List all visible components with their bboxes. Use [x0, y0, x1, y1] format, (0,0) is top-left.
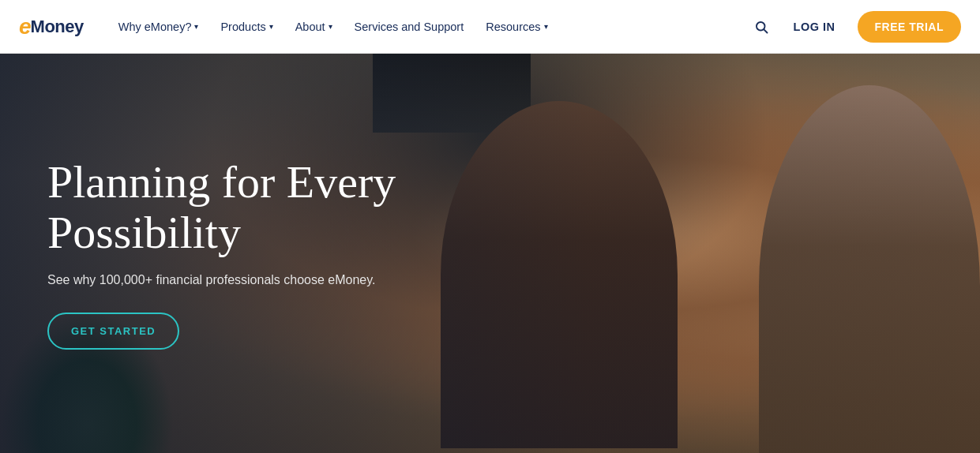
logo[interactable]: e Money — [19, 14, 84, 39]
hero-content: Planning for Every Possibility See why 1… — [0, 54, 980, 453]
nav-menu: Why eMoney? ▾ Products ▾ About ▾ Service… — [109, 14, 751, 39]
nav-item-services: Services and Support — [345, 14, 474, 39]
chevron-down-icon: ▾ — [194, 22, 198, 31]
nav-item-products: Products ▾ — [211, 14, 282, 39]
navbar: e Money Why eMoney? ▾ Products ▾ About ▾… — [0, 0, 980, 54]
nav-link-about[interactable]: About ▾ — [286, 14, 342, 39]
hero-section: Planning for Every Possibility See why 1… — [0, 54, 980, 453]
nav-right: LOG IN FREE TRIAL — [751, 11, 961, 43]
nav-link-products[interactable]: Products ▾ — [211, 14, 282, 39]
hero-subtext: See why 100,000+ financial professionals… — [47, 273, 933, 287]
login-button[interactable]: LOG IN — [787, 16, 842, 38]
svg-line-1 — [764, 29, 767, 32]
nav-label-services: Services and Support — [355, 21, 464, 33]
nav-link-services[interactable]: Services and Support — [345, 14, 474, 39]
nav-item-about: About ▾ — [286, 14, 342, 39]
nav-label-why-emoney: Why eMoney? — [118, 21, 192, 33]
nav-link-why-emoney[interactable]: Why eMoney? ▾ — [109, 14, 208, 39]
chevron-down-icon: ▾ — [269, 22, 273, 31]
chevron-down-icon: ▾ — [544, 22, 548, 31]
get-started-button[interactable]: GET STARTED — [47, 313, 179, 350]
search-button[interactable] — [751, 17, 772, 37]
chevron-down-icon: ▾ — [329, 22, 332, 31]
nav-label-about: About — [295, 21, 325, 33]
logo-money: Money — [31, 17, 84, 37]
free-trial-button[interactable]: FREE TRIAL — [858, 11, 961, 43]
nav-item-resources: Resources ▾ — [476, 14, 557, 39]
nav-label-resources: Resources — [486, 21, 540, 33]
nav-item-why-emoney: Why eMoney? ▾ — [109, 14, 208, 39]
nav-link-resources[interactable]: Resources ▾ — [476, 14, 557, 39]
nav-label-products: Products — [220, 21, 265, 33]
logo-e: e — [19, 14, 31, 39]
hero-headline: Planning for Every Possibility — [47, 157, 458, 258]
